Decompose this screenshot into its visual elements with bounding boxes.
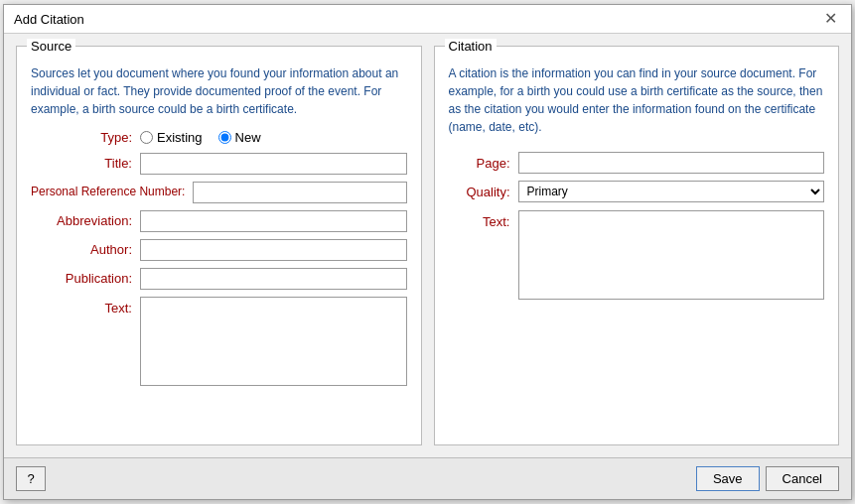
source-description: Sources let you document where you found…	[31, 64, 407, 118]
author-label: Author:	[31, 242, 140, 259]
personal-ref-row: Personal Reference Number:	[31, 182, 407, 203]
type-label: Type:	[31, 130, 140, 145]
abbreviation-row: Abbreviation:	[31, 210, 407, 232]
citation-text-input[interactable]	[518, 210, 825, 300]
radio-new-option[interactable]: New	[218, 130, 261, 145]
abbreviation-input[interactable]	[140, 210, 407, 232]
title-row: Title:	[31, 153, 407, 175]
radio-new-label: New	[235, 130, 261, 145]
page-label: Page:	[449, 156, 518, 171]
publication-label: Publication:	[31, 271, 140, 288]
citation-text-row: Text:	[449, 210, 825, 300]
source-panel: Source Sources let you document where yo…	[16, 46, 422, 445]
author-row: Author:	[31, 239, 407, 261]
citation-panel: Citation A citation is the information y…	[434, 46, 840, 445]
page-row: Page:	[449, 152, 825, 174]
citation-text-label: Text:	[449, 210, 518, 229]
quality-select[interactable]: Primary Secondary Unknown Direct	[518, 181, 825, 202]
radio-existing[interactable]	[140, 131, 153, 144]
citation-description: A citation is the information you can fi…	[449, 64, 825, 136]
type-row: Type: Existing New	[31, 130, 407, 145]
save-button[interactable]: Save	[696, 466, 760, 491]
quality-row: Quality: Primary Secondary Unknown Direc…	[449, 181, 825, 202]
publication-input[interactable]	[140, 268, 407, 290]
title-input[interactable]	[140, 153, 407, 175]
footer-left: ?	[16, 466, 46, 491]
radio-existing-label: Existing	[157, 130, 203, 145]
citation-panel-title: Citation	[445, 39, 497, 54]
help-button[interactable]: ?	[16, 466, 46, 491]
page-input[interactable]	[518, 152, 825, 174]
personal-ref-input[interactable]	[193, 182, 406, 203]
dialog-footer: ? Save Cancel	[4, 457, 851, 499]
close-button[interactable]: ✕	[820, 11, 841, 27]
type-radio-group: Existing New	[140, 130, 261, 145]
dialog-title: Add Citation	[14, 12, 84, 27]
radio-existing-option[interactable]: Existing	[140, 130, 203, 145]
dialog-body: Source Sources let you document where yo…	[4, 34, 851, 457]
quality-label: Quality:	[449, 185, 518, 199]
source-text-label: Text:	[31, 297, 140, 317]
title-label: Title:	[31, 156, 140, 173]
source-panel-title: Source	[27, 39, 75, 54]
publication-row: Publication:	[31, 268, 407, 290]
cancel-button[interactable]: Cancel	[766, 466, 839, 491]
footer-right: Save Cancel	[696, 466, 839, 491]
add-citation-dialog: Add Citation ✕ Source Sources let you do…	[3, 4, 852, 500]
abbreviation-label: Abbreviation:	[31, 213, 140, 230]
source-text-input[interactable]	[140, 297, 407, 386]
title-bar: Add Citation ✕	[4, 5, 851, 34]
radio-new[interactable]	[218, 131, 231, 144]
author-input[interactable]	[140, 239, 407, 261]
source-text-row: Text:	[31, 297, 407, 386]
personal-ref-label: Personal Reference Number:	[31, 185, 193, 200]
